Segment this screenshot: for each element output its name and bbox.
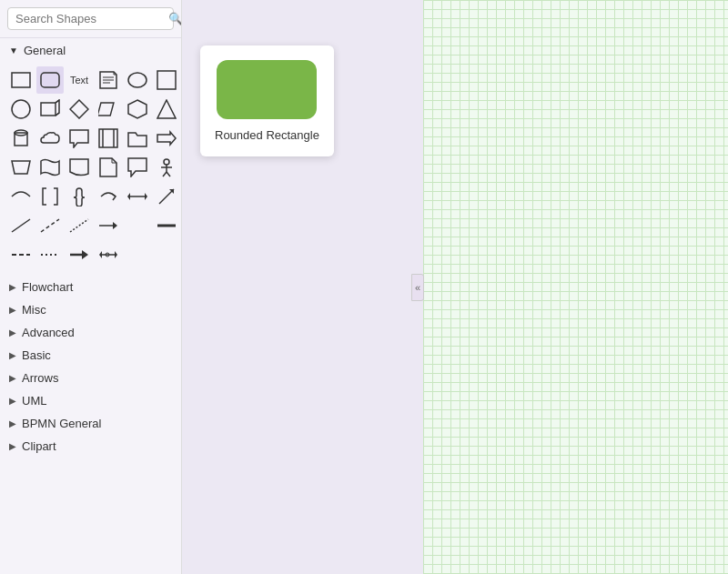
shape-diamond[interactable] [66,96,93,123]
sidebar-content: ▼ General Text [0,38,181,574]
svg-rect-6 [157,71,176,89]
section-label-clipart: Clipart [22,439,56,453]
svg-point-22 [164,159,169,165]
svg-marker-41 [82,250,88,259]
section-header-flowchart[interactable]: ▶ Flowchart [0,276,181,298]
chevron-right-icon-basic: ▶ [9,350,16,360]
shape-person[interactable] [153,154,180,181]
shape-thick-dotted[interactable] [36,241,64,268]
svg-marker-36 [113,222,117,229]
svg-line-32 [12,219,30,232]
svg-line-25 [163,172,167,176]
svg-line-26 [167,172,170,176]
svg-rect-17 [99,129,117,147]
shape-cylinder[interactable] [7,125,35,152]
svg-marker-43 [99,251,102,258]
chevron-right-icon-uml: ▶ [9,396,16,406]
svg-marker-12 [98,103,114,116]
shape-3d-rect[interactable] [36,96,64,123]
shape-text[interactable]: Text [66,66,93,94]
shape-dotted-line[interactable] [66,212,93,239]
main-area: Rounded Rectangle « [182,0,728,574]
shape-preview-label: Rounded Rectangle [215,128,319,142]
section-header-advanced[interactable]: ▶ Advanced [0,321,181,344]
shape-folder[interactable] [124,125,151,152]
svg-marker-13 [128,100,147,118]
chevron-down-icon: ▼ [9,45,18,55]
collapse-panel-button[interactable]: « [411,274,424,301]
section-label-basic: Basic [22,348,51,362]
svg-marker-14 [157,100,176,118]
shape-callout[interactable] [66,125,93,152]
section-header-uml[interactable]: ▶ UML [0,389,181,412]
shape-empty [124,212,151,239]
shape-hexagon[interactable] [124,96,151,123]
section-label-bpmn: BPMN General [22,417,101,430]
chevron-right-icon-advanced: ▶ [9,327,16,337]
section-header-clipart[interactable]: ▶ Clipart [0,435,181,458]
svg-line-33 [41,219,59,232]
shape-bidirectional-arrow[interactable] [95,241,122,268]
shape-parallelogram[interactable] [95,96,122,123]
shape-bracket[interactable] [36,183,64,210]
shape-cloud[interactable] [36,125,64,152]
shape-note[interactable] [95,66,122,94]
section-label-arrows: Arrows [22,371,58,385]
shape-thick-dashed[interactable] [7,241,35,268]
shape-speech-bubble[interactable] [124,154,151,181]
shape-document[interactable] [66,154,93,181]
section-header-arrows[interactable]: ▶ Arrows [0,367,181,389]
grid-canvas [423,0,728,574]
shape-arc[interactable] [7,183,35,210]
chevron-right-icon-flowchart: ▶ [9,282,16,292]
canvas-area[interactable] [423,0,728,574]
middle-panel: Rounded Rectangle « [182,0,423,574]
svg-marker-21 [12,161,30,174]
svg-marker-11 [70,100,88,118]
shape-rounded-rect[interactable] [36,66,64,94]
section-label-flowchart: Flowchart [22,280,73,294]
section-header-misc[interactable]: ▶ Misc [0,298,181,321]
chevron-right-icon-misc: ▶ [9,305,16,315]
shape-solid-line[interactable] [7,212,35,239]
search-icon: 🔍 [168,12,182,25]
shape-circle[interactable] [7,96,35,123]
section-header-general[interactable]: ▼ General [0,38,181,63]
shape-brace[interactable] [66,183,93,210]
shape-wave[interactable] [36,154,64,181]
shape-arrow-right[interactable] [153,125,180,152]
shape-arrow-line[interactable] [95,212,122,239]
svg-line-34 [70,219,88,232]
svg-rect-1 [41,73,59,87]
shape-triangle[interactable] [153,96,180,123]
svg-point-7 [12,100,30,118]
svg-marker-44 [115,251,117,258]
sidebar: 🔍 ▼ General Text [0,0,182,574]
shape-double-arrow[interactable] [124,183,151,210]
search-input-wrapper[interactable]: 🔍 [7,7,174,30]
search-input[interactable] [15,12,168,25]
section-label-advanced: Advanced [22,326,75,339]
section-label-misc: Misc [22,303,46,317]
shape-rectangle[interactable] [7,66,35,94]
shape-square[interactable] [153,66,180,94]
shape-process[interactable] [95,125,122,152]
shape-thick-arrow[interactable] [66,241,93,268]
svg-marker-29 [145,193,147,200]
svg-marker-28 [127,193,130,200]
shape-curved-arrow[interactable] [95,183,122,210]
shape-ellipse[interactable] [124,66,151,94]
section-header-bpmn[interactable]: ▶ BPMN General [0,412,181,435]
shape-preview-card: Rounded Rectangle [200,45,334,156]
shape-page[interactable] [95,154,122,181]
chevron-right-icon-bpmn: ▶ [9,418,16,428]
shape-diagonal-arrow[interactable] [153,183,180,210]
section-label-general: General [24,44,66,57]
shape-thick-solid[interactable] [153,212,180,239]
section-header-basic[interactable]: ▶ Basic [0,344,181,367]
shapes-grid-general: Text [0,63,181,276]
shape-trapezoid[interactable] [7,154,35,181]
chevron-right-icon-clipart: ▶ [9,441,16,451]
section-label-uml: UML [22,394,46,408]
shape-dashed-line[interactable] [36,212,64,239]
